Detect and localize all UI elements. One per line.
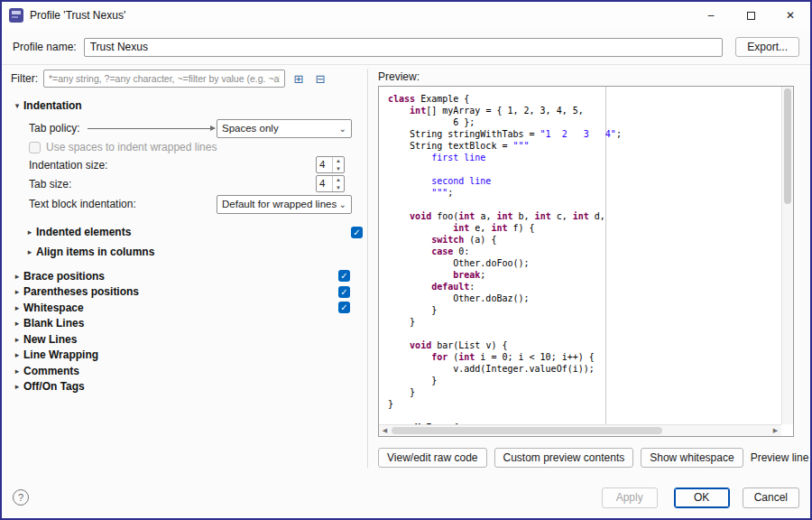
section-enabled-checkbox[interactable]: ✓ [338, 270, 350, 282]
spin-down-icon[interactable]: ▼ [333, 184, 344, 192]
code-line: case 0: [388, 246, 781, 257]
code-line: first line [388, 152, 781, 163]
settings-tree: ▾ Indentation Tab policy: Spaces only ⌄ … [11, 98, 364, 395]
tree-section-comments[interactable]: ▸Comments [11, 363, 364, 379]
collapsed-arrow-icon[interactable]: ▸ [23, 228, 36, 237]
scroll-left-icon[interactable]: ◀ [379, 425, 391, 436]
horizontal-scrollbar[interactable]: ◀ ▶ [379, 424, 781, 436]
tree-section-line-wrapping[interactable]: ▸Line Wrapping [11, 348, 364, 364]
tree-section-off-on-tags[interactable]: ▸Off/On Tags [11, 379, 364, 395]
code-line [388, 328, 781, 339]
code-line [388, 199, 781, 210]
settings-pane: Filter: ⊞ ⊟ ▾ Indentation Tab policy: Sp… [11, 69, 364, 477]
tree-section-label: Align items in columns [36, 246, 154, 258]
code-line: default: [388, 281, 781, 292]
tree-section-indentation[interactable]: ▾ Indentation [11, 98, 364, 114]
collapsed-arrow-icon[interactable]: ▸ [11, 350, 23, 359]
titlebar: Profile 'Trust Nexus' – ✕ [2, 2, 810, 29]
tab-size-stepper[interactable]: 4 ▲▼ [316, 175, 345, 192]
code-line: for (int i = 0; i < 10; i++) { [388, 351, 781, 363]
vertical-scrollbar[interactable] [781, 87, 793, 424]
collapsed-arrow-icon[interactable]: ▸ [11, 303, 23, 312]
section-enabled-checkbox[interactable]: ✓ [338, 286, 350, 298]
expanded-arrow-icon[interactable]: ▾ [11, 101, 23, 110]
maximize-button[interactable] [731, 2, 770, 29]
chevron-down-icon: ⌄ [339, 124, 346, 134]
formatter-profile-dialog: Profile 'Trust Nexus' – ✕ Profile name: … [0, 0, 812, 520]
indentation-size-stepper[interactable]: 4 ▲▼ [316, 156, 345, 173]
collapse-all-icon[interactable]: ⊟ [312, 70, 328, 87]
horizontal-scrollbar-thumb[interactable] [392, 427, 662, 434]
tree-section-label: Indented elements [36, 226, 131, 238]
tree-section-label: New Lines [23, 333, 77, 346]
collapsed-arrow-icon[interactable]: ▸ [11, 382, 23, 391]
profile-name-label: Profile name: [13, 41, 77, 53]
use-spaces-checkbox [29, 142, 41, 153]
code-line: int e, int f) { [388, 222, 781, 234]
scroll-right-icon[interactable]: ▶ [770, 425, 781, 436]
code-line: void bar(List v) { [388, 339, 781, 351]
tree-section-whitespace[interactable]: ▸Whitespace✓ [11, 300, 364, 316]
code-line: second line [388, 175, 781, 187]
tree-section-blank-lines[interactable]: ▸Blank Lines [11, 316, 364, 332]
spin-up-icon[interactable]: ▲ [333, 176, 344, 184]
code-line: int[] myArray = { 1, 2, 3, 4, 5, [388, 105, 781, 116]
vertical-scrollbar-thumb[interactable] [784, 88, 791, 204]
tree-section-new-lines[interactable]: ▸New Lines [11, 331, 364, 348]
tree-section-label: Off/On Tags [23, 380, 85, 393]
tree-section-label: Comments [23, 365, 79, 377]
section-enabled-checkbox[interactable]: ✓ [338, 302, 350, 313]
code-line: void foo(int a, int b, int c, int d, [388, 210, 781, 222]
tab-size-value: 4 [317, 176, 332, 191]
filter-label: Filter: [11, 72, 43, 85]
collapsed-arrow-icon[interactable]: ▸ [11, 367, 23, 376]
export-button[interactable]: Export... [735, 37, 799, 57]
preview-line-width-label: Preview line width: [751, 451, 812, 464]
text-block-indentation-select[interactable]: Default for wrapped lines ⌄ [217, 195, 352, 214]
chevron-down-icon: ⌄ [339, 200, 346, 209]
dialog-icon [9, 8, 23, 23]
code-line: } [388, 304, 781, 316]
collapsed-arrow-icon[interactable]: ▸ [23, 247, 36, 256]
spin-up-icon[interactable]: ▲ [333, 157, 344, 165]
indentation-subsections: ▸Indented elements✓▸Align items in colum… [11, 222, 364, 262]
show-whitespace-button[interactable]: Show whitespace [641, 448, 743, 468]
collapsed-arrow-icon[interactable]: ▸ [11, 335, 23, 344]
filter-input[interactable] [43, 70, 285, 88]
collapsed-arrow-icon[interactable]: ▸ [11, 319, 23, 328]
cancel-button[interactable]: Cancel [743, 488, 799, 508]
custom-preview-contents-button[interactable]: Custom preview contents [494, 448, 634, 468]
view-edit-raw-code-button[interactable]: View/edit raw code [378, 448, 487, 468]
tree-section-label: Blank Lines [23, 317, 84, 330]
code-line: 6 }; [388, 116, 781, 128]
code-line: } [388, 375, 781, 386]
code-line [388, 410, 781, 422]
pane-divider[interactable] [367, 69, 368, 468]
code-line: } [388, 398, 781, 410]
apply-button[interactable]: Apply [602, 488, 658, 508]
close-button[interactable]: ✕ [770, 2, 810, 29]
text-block-indentation-value: Default for wrapped lines [222, 199, 339, 209]
tree-section-label: Brace positions [23, 270, 105, 283]
tab-policy-select[interactable]: Spaces only ⌄ [217, 119, 352, 138]
code-line: v.add(Integer.valueOf(i)); [388, 363, 781, 375]
spin-down-icon[interactable]: ▼ [333, 165, 344, 173]
ok-button[interactable]: OK [674, 488, 730, 508]
code-line: } [388, 386, 781, 398]
profile-name-input[interactable] [84, 38, 724, 57]
section-enabled-checkbox[interactable]: ✓ [351, 227, 363, 238]
expand-all-icon[interactable]: ⊞ [291, 70, 307, 87]
help-icon[interactable]: ? [13, 489, 29, 506]
tree-section-brace-positions[interactable]: ▸Brace positions✓ [11, 268, 364, 284]
indentation-size-label: Indentation size: [29, 159, 107, 172]
code-preview: class Example { int[] myArray = { 1, 2, … [378, 86, 794, 437]
header-separator [2, 64, 810, 65]
preview-label: Preview: [378, 70, 420, 83]
collapsed-arrow-icon[interactable]: ▸ [11, 287, 23, 296]
code-line: String textBlock = """ [388, 140, 781, 152]
minimize-button[interactable]: – [691, 2, 731, 29]
tree-section-align-items-in-columns[interactable]: ▸Align items in columns [23, 242, 364, 262]
collapsed-arrow-icon[interactable]: ▸ [11, 272, 23, 281]
tree-section-parentheses-positions[interactable]: ▸Parentheses positions✓ [11, 284, 364, 301]
tree-section-indented-elements[interactable]: ▸Indented elements✓ [23, 222, 364, 242]
